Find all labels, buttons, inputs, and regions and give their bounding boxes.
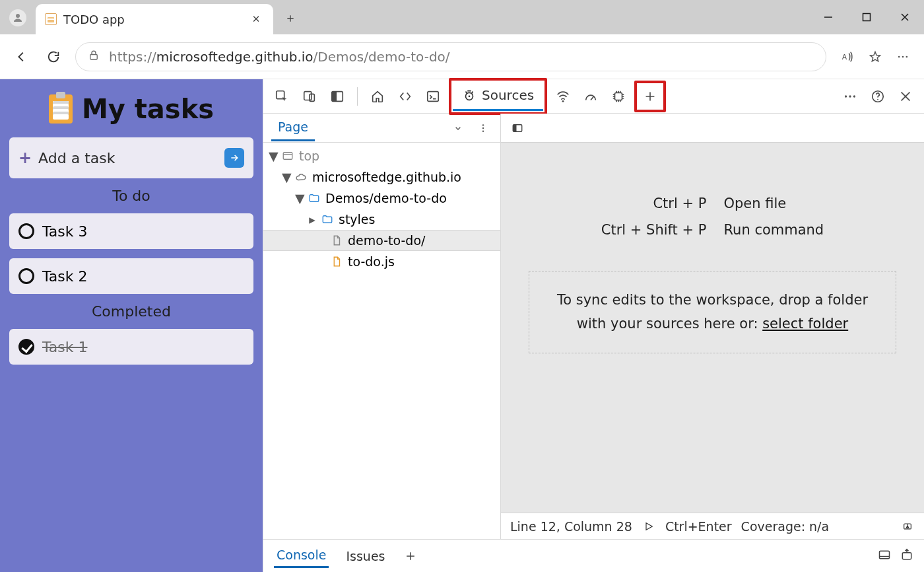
sources-editor: Ctrl + P Open file Ctrl + Shift + P Run …: [501, 114, 924, 539]
checkbox-icon[interactable]: [18, 223, 34, 239]
window-titlebar: TODO app ✕: [0, 0, 924, 34]
svg-rect-11: [332, 91, 337, 101]
tree-row-domain[interactable]: ▼ microsoftedge.github.io: [263, 166, 500, 188]
elements-tab-icon[interactable]: [393, 85, 417, 108]
svg-rect-27: [513, 124, 516, 131]
svg-rect-16: [615, 92, 622, 100]
tree-row-styles[interactable]: ▸ styles: [263, 209, 500, 230]
more-tools-icon[interactable]: [838, 85, 862, 108]
inspect-icon[interactable]: [270, 85, 294, 108]
omnibox[interactable]: https://microsoftedge.github.io/Demos/de…: [75, 42, 826, 71]
editor-tabstrip: [501, 114, 924, 143]
app-title: My tasks: [9, 94, 253, 124]
svg-rect-25: [283, 153, 292, 160]
back-button[interactable]: [12, 47, 32, 67]
drawer-dock-icon[interactable]: [878, 548, 891, 564]
task-label: Task 2: [42, 268, 87, 285]
new-tab-button[interactable]: [281, 9, 300, 28]
keyboard-hints: Ctrl + P Open file Ctrl + Shift + P Run …: [601, 196, 824, 238]
favorite-icon[interactable]: [866, 48, 884, 66]
cursor-position: Line 12, Column 28: [510, 519, 632, 534]
checkbox-icon[interactable]: [18, 268, 34, 284]
settings-more-icon[interactable]: [894, 48, 912, 66]
site-info-icon[interactable]: [88, 50, 100, 64]
plus-icon: +: [18, 149, 32, 167]
svg-point-0: [16, 14, 20, 18]
tree-row-folder[interactable]: ▼ Demos/demo-to-do: [263, 188, 500, 209]
tab-title: TODO app: [63, 13, 242, 26]
refresh-button[interactable]: [44, 47, 63, 67]
svg-point-4: [898, 55, 900, 57]
sources-tab[interactable]: Sources: [453, 82, 543, 111]
folder-icon: [321, 213, 334, 226]
submit-task-button[interactable]: [224, 148, 244, 168]
more-tabs-button[interactable]: [638, 85, 662, 108]
task-item[interactable]: Task 3: [9, 213, 253, 249]
browser-tab[interactable]: TODO app ✕: [36, 4, 273, 34]
tree-row-index[interactable]: demo-to-do/: [263, 230, 500, 251]
run-hint: Ctrl+Enter: [665, 519, 732, 534]
file-icon: [330, 234, 343, 247]
sources-navigator: Page ▼ top ▼ microsoftedge.github.io: [263, 114, 501, 539]
svg-text:A: A: [842, 53, 847, 61]
device-toggle-icon[interactable]: [298, 85, 321, 108]
tree-row-top[interactable]: ▼ top: [263, 145, 500, 166]
drawer-issues-tab[interactable]: Issues: [343, 545, 387, 567]
close-window-button[interactable]: [886, 0, 924, 34]
select-folder-link[interactable]: select folder: [762, 316, 848, 332]
close-devtools-button[interactable]: [894, 85, 917, 108]
task-item[interactable]: Task 2: [9, 258, 253, 294]
svg-point-18: [849, 95, 851, 97]
svg-point-17: [845, 95, 847, 97]
svg-point-24: [482, 130, 484, 131]
performance-tab-icon[interactable]: [579, 85, 603, 108]
sources-tab-label: Sources: [482, 87, 534, 103]
help-icon[interactable]: [866, 85, 890, 108]
svg-rect-2: [90, 54, 98, 59]
svg-point-15: [562, 100, 564, 102]
close-tab-button[interactable]: ✕: [248, 11, 264, 27]
console-tab-icon[interactable]: [421, 85, 445, 108]
window-controls: [809, 0, 924, 34]
run-snippet-icon[interactable]: [642, 519, 656, 534]
drawer-expand-icon[interactable]: [900, 548, 913, 564]
completed-heading: Completed: [9, 303, 253, 320]
welcome-tab-icon[interactable]: [366, 85, 389, 108]
toggle-navigator-icon[interactable]: [508, 118, 527, 138]
profile-avatar[interactable]: [9, 9, 26, 26]
todo-heading: To do: [9, 188, 253, 204]
dock-side-icon[interactable]: [325, 85, 349, 108]
workspace-dropzone[interactable]: To sync edits to the workspace, drop a f…: [529, 271, 896, 353]
file-tree[interactable]: ▼ top ▼ microsoftedge.github.io ▼ Demos/…: [263, 143, 500, 539]
svg-point-23: [482, 127, 484, 128]
maximize-button[interactable]: [847, 0, 886, 34]
cloud-icon: [294, 170, 308, 184]
svg-rect-29: [880, 551, 890, 559]
todo-app: My tasks + Add a task To do Task 3 Task …: [0, 79, 263, 572]
highlight-sources-tab: Sources: [449, 78, 547, 115]
address-bar: https://microsoftedge.github.io/Demos/de…: [0, 34, 924, 79]
navigator-menu-icon[interactable]: [474, 119, 492, 137]
memory-tab-icon[interactable]: [607, 85, 630, 108]
svg-rect-8: [304, 91, 312, 100]
drawer-console-tab[interactable]: Console: [274, 544, 329, 568]
url-text: https://microsoftedge.github.io/Demos/de…: [109, 49, 450, 65]
navigator-more-tabs[interactable]: [449, 119, 467, 137]
svg-rect-12: [428, 91, 439, 101]
js-file-icon: [330, 255, 343, 268]
drawer-add-tab[interactable]: [402, 548, 419, 565]
navigator-tabs: Page: [263, 114, 500, 143]
task-item-completed[interactable]: Task 1: [9, 329, 253, 365]
sourcemap-icon[interactable]: [900, 519, 915, 534]
svg-point-5: [902, 55, 904, 57]
add-task-input[interactable]: + Add a task: [9, 137, 253, 178]
read-aloud-icon[interactable]: A: [838, 48, 857, 66]
editor-statusbar: Line 12, Column 28 Ctrl+Enter Coverage: …: [501, 513, 924, 539]
minimize-button[interactable]: [809, 0, 847, 34]
navigator-page-tab[interactable]: Page: [271, 114, 315, 141]
task-label: Task 1: [42, 339, 87, 355]
checkbox-checked-icon[interactable]: [18, 339, 34, 355]
network-tab-icon[interactable]: [551, 85, 575, 108]
folder-icon: [308, 192, 321, 205]
tree-row-js[interactable]: to-do.js: [263, 251, 500, 272]
